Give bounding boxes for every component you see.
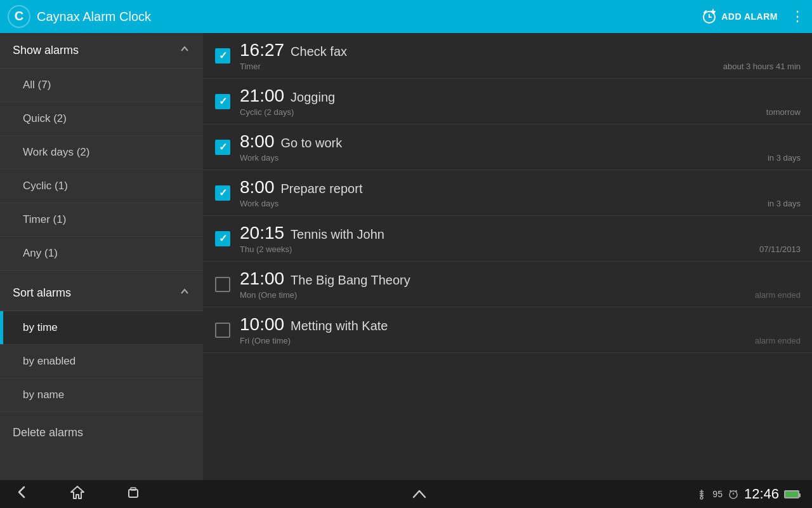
alarm-main-row: 10:00 Metting with Kate: [240, 314, 801, 335]
status-bar: 95 12:46: [0, 480, 812, 508]
alarm-name: Jogging: [291, 90, 335, 105]
alarm-name: Check fax: [291, 44, 347, 59]
alarm-row[interactable]: ✓ 21:00 The Big Bang Theory Mon (One tim…: [203, 262, 812, 307]
alarm-info: 20:15 Tennis with John Thu (2 weeks) 07/…: [240, 223, 801, 254]
alarm-checkbox[interactable]: ✓: [214, 139, 231, 156]
sidebar: Show alarms All (7) Quick (2) Work days …: [0, 33, 203, 508]
sort-alarms-chevron: [179, 286, 190, 300]
alarm-sub-row: Thu (2 weeks) 07/11/2013: [240, 244, 801, 254]
alarm-next: alarm ended: [755, 336, 801, 345]
show-alarms-header[interactable]: Show alarms: [0, 33, 203, 69]
alarm-time: 21:00: [240, 269, 284, 289]
sidebar-item-by-enabled[interactable]: by enabled: [0, 345, 203, 378]
recents-button[interactable]: [124, 483, 142, 505]
svg-line-17: [736, 490, 737, 491]
alarm-row[interactable]: ✓ 20:15 Tennis with John Thu (2 weeks) 0…: [203, 216, 812, 262]
alarm-checkbox[interactable]: ✓: [214, 231, 231, 247]
svg-point-13: [700, 497, 703, 499]
alarm-name: The Big Bang Theory: [291, 273, 410, 288]
alarm-checkbox-checked[interactable]: ✓: [215, 185, 230, 201]
alarm-add-icon: [701, 8, 717, 25]
alarm-main-row: 20:15 Tennis with John: [240, 223, 801, 243]
alarm-main-row: 21:00 The Big Bang Theory: [240, 269, 801, 289]
alarm-row[interactable]: ✓ 8:00 Prepare report Work days in 3 day…: [203, 170, 812, 216]
topbar: C Caynax Alarm Clock ADD ALARM ⋮: [0, 0, 812, 33]
alarm-status-icon: [728, 488, 739, 500]
main-layout: Show alarms All (7) Quick (2) Work days …: [0, 33, 812, 508]
alarm-next: tomorrow: [766, 107, 801, 117]
alarm-checkbox-checked[interactable]: ✓: [215, 140, 230, 155]
sidebar-item-quick[interactable]: Quick (2): [0, 102, 203, 136]
alarm-checkbox[interactable]: ✓: [214, 185, 231, 201]
alarm-time: 8:00: [240, 177, 275, 197]
alarm-type: Fri (One time): [240, 336, 291, 345]
alarm-main-row: 21:00 Jogging: [240, 86, 801, 106]
sidebar-item-cyclic[interactable]: Cyclic (1): [0, 170, 203, 203]
alarm-next: alarm ended: [755, 290, 801, 300]
alarm-row[interactable]: ✓ 10:00 Metting with Kate Fri (One time)…: [203, 307, 812, 353]
sidebar-item-timer[interactable]: Timer (1): [0, 203, 203, 237]
alarm-type: Timer: [240, 62, 261, 71]
app-logo: C: [8, 5, 30, 28]
delete-alarms-button[interactable]: Delete alarms: [0, 415, 203, 451]
alarm-main-row: 8:00 Go to work: [240, 131, 801, 152]
svg-rect-11: [129, 490, 138, 497]
battery-indicator: [784, 490, 799, 498]
show-alarms-chevron: [179, 43, 190, 58]
alarm-name: Go to work: [281, 136, 343, 150]
status-time: 12:46: [744, 486, 779, 502]
alarm-type: Mon (One time): [240, 290, 297, 300]
alarm-name: Prepare report: [281, 182, 363, 196]
alarm-time: 8:00: [240, 131, 275, 152]
alarm-sub-row: Fri (One time) alarm ended: [240, 336, 801, 345]
add-alarm-button[interactable]: ADD ALARM: [701, 8, 778, 25]
battery-percent: 95: [712, 489, 723, 499]
alarm-checkbox-unchecked[interactable]: ✓: [215, 277, 230, 292]
alarm-sub-row: Mon (One time) alarm ended: [240, 290, 801, 300]
usb-icon: [696, 488, 707, 500]
alarm-checkbox-checked[interactable]: ✓: [215, 48, 230, 64]
alarm-checkbox[interactable]: ✓: [214, 93, 231, 110]
alarm-info: 8:00 Prepare report Work days in 3 days: [240, 177, 801, 208]
sidebar-item-any[interactable]: Any (1): [0, 237, 203, 271]
alarm-checkbox-checked[interactable]: ✓: [215, 94, 230, 109]
alarm-checkbox[interactable]: ✓: [214, 48, 231, 64]
sidebar-item-all[interactable]: All (7): [0, 69, 203, 102]
svg-marker-10: [71, 486, 84, 498]
alarm-info: 16:27 Check fax Timer about 3 hours 41 m…: [240, 40, 801, 71]
alarm-name: Tennis with John: [291, 227, 384, 242]
alarm-time: 21:00: [240, 86, 284, 106]
alarm-checkbox[interactable]: ✓: [214, 322, 231, 338]
alarm-next: in 3 days: [768, 153, 801, 163]
alarm-row[interactable]: ✓ 21:00 Jogging Cyclic (2 days) tomorrow: [203, 79, 812, 124]
show-alarms-label: Show alarms: [13, 44, 79, 57]
alarm-row[interactable]: ✓ 8:00 Go to work Work days in 3 days: [203, 124, 812, 170]
alarm-info: 8:00 Go to work Work days in 3 days: [240, 131, 801, 163]
alarm-checkbox[interactable]: ✓: [214, 276, 231, 293]
back-button[interactable]: [13, 483, 30, 505]
alarm-info: 10:00 Metting with Kate Fri (One time) a…: [240, 314, 801, 345]
add-alarm-label: ADD ALARM: [721, 11, 778, 22]
app-title: Caynax Alarm Clock: [37, 10, 701, 24]
alarm-main-row: 16:27 Check fax: [240, 40, 801, 60]
alarm-next: in 3 days: [768, 199, 801, 208]
alarm-time: 20:15: [240, 223, 284, 243]
alarm-checkbox-checked[interactable]: ✓: [215, 231, 230, 246]
alarm-sub-row: Work days in 3 days: [240, 199, 801, 208]
svg-text:C: C: [15, 9, 23, 23]
sidebar-item-by-name[interactable]: by name: [0, 378, 203, 412]
home-button[interactable]: [69, 483, 86, 505]
sort-alarms-header[interactable]: Sort alarms: [0, 276, 203, 311]
alarm-type: Work days: [240, 199, 278, 208]
alarm-info: 21:00 The Big Bang Theory Mon (One time)…: [240, 269, 801, 300]
alarm-main-row: 8:00 Prepare report: [240, 177, 801, 197]
alarm-checkbox-unchecked[interactable]: ✓: [215, 323, 230, 338]
overflow-menu-icon[interactable]: ⋮: [790, 8, 804, 25]
svg-line-16: [730, 490, 731, 491]
sidebar-item-workdays[interactable]: Work days (2): [0, 136, 203, 170]
alarm-next: about 3 hours 41 min: [723, 62, 801, 71]
sidebar-item-by-time[interactable]: by time: [0, 311, 203, 345]
nav-center: [142, 485, 696, 504]
alarm-row[interactable]: ✓ 16:27 Check fax Timer about 3 hours 41…: [203, 33, 812, 79]
collapse-icon[interactable]: [410, 485, 429, 504]
